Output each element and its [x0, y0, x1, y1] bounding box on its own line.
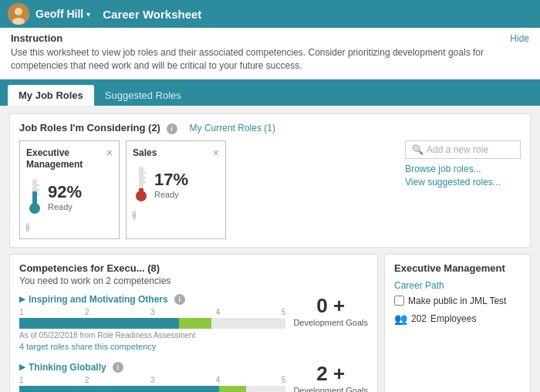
- goals-label-2: Development Goals: [293, 386, 368, 392]
- header: Geoff Hill ▾ Career Worksheet: [0, 0, 540, 28]
- main-content: Job Roles I'm Considering (2) i My Curre…: [0, 106, 540, 392]
- role-pct-sales: 17%: [154, 170, 188, 190]
- employees-count: 202: [411, 313, 427, 324]
- role-name-executive: Executive Management: [26, 147, 106, 171]
- make-public-label: Make public in JML Test: [408, 296, 506, 306]
- user-dropdown-icon[interactable]: ▾: [86, 10, 90, 19]
- competency-row-1: ▶ Inspiring and Motivating Others i 1 2 …: [19, 294, 368, 351]
- close-executive-role[interactable]: ×: [106, 147, 113, 158]
- hide-button[interactable]: Hide: [510, 33, 529, 44]
- competency-goals-1: 0 + Development Goals: [293, 294, 368, 327]
- bar-scale-1: 1 2 3 4 5: [19, 308, 285, 316]
- info-icon[interactable]: i: [167, 123, 177, 134]
- instruction-text: Use this worksheet to view job roles and…: [11, 46, 529, 73]
- competency-name-1[interactable]: ▶ Inspiring and Motivating Others i: [19, 294, 285, 305]
- thermometer-executive: [26, 177, 43, 216]
- bar-blue-1: [19, 318, 179, 329]
- avatar[interactable]: [8, 3, 29, 25]
- role-ready-executive: Ready: [48, 202, 82, 211]
- add-role-section: 🔍 Add a new role Browse job roles... Vie…: [405, 140, 521, 188]
- role-ready-sales: Ready: [154, 190, 188, 199]
- make-public-row: Make public in JML Test: [394, 296, 521, 306]
- bar-blue-2: [19, 386, 219, 392]
- goals-label-1: Development Goals: [293, 318, 368, 327]
- svg-rect-10: [139, 167, 143, 191]
- my-current-roles-link[interactable]: My Current Roles (1): [190, 123, 275, 133]
- competency-bar-section-2: ▶ Thinking Globally i 1 2 3 4 5: [19, 362, 285, 392]
- competency-goals-2: 2 + Development Goals: [293, 362, 368, 392]
- competencies-title: Competencies for Execu... (8): [19, 262, 368, 274]
- bottom-row: Competencies for Execu... (8) You need t…: [9, 254, 531, 392]
- svg-rect-4: [32, 191, 37, 204]
- competency-name-2[interactable]: ▶ Thinking Globally i: [19, 362, 285, 373]
- employees-row: 👥 202 Employees: [394, 313, 521, 325]
- goals-num-1: 0 +: [293, 294, 368, 318]
- bar-green-2: [219, 386, 246, 392]
- close-sales-role[interactable]: ×: [213, 147, 219, 158]
- competency-row-2: ▶ Thinking Globally i 1 2 3 4 5: [19, 362, 368, 392]
- role-pct-executive: 92%: [48, 182, 82, 202]
- instruction-banner: Instruction Hide Use this worksheet to v…: [0, 28, 540, 79]
- comp-info-icon-1[interactable]: i: [174, 294, 185, 305]
- browse-job-roles-link[interactable]: Browse job roles...: [405, 164, 521, 174]
- page-title: Career Worksheet: [103, 8, 201, 21]
- job-roles-title: Job Roles I'm Considering (2) i: [19, 122, 177, 134]
- bar-link-1[interactable]: 4 target roles share this competency: [19, 342, 285, 351]
- user-name[interactable]: Geoff Hill: [35, 8, 83, 20]
- svg-point-1: [15, 8, 22, 15]
- bar-container-1: [19, 318, 285, 329]
- bar-container-2: [19, 386, 285, 392]
- job-roles-section: Job Roles I'm Considering (2) i My Curre…: [9, 113, 531, 248]
- tab-my-job-roles[interactable]: My Job Roles: [8, 85, 94, 106]
- role-info-sales[interactable]: i: [133, 211, 136, 220]
- role-info-executive[interactable]: i: [26, 223, 29, 232]
- svg-rect-6: [33, 204, 36, 210]
- roles-grid: Executive Management ×: [19, 140, 521, 239]
- svg-rect-13: [140, 191, 143, 198]
- competency-bar-section-1: ▶ Inspiring and Motivating Others i 1 2 …: [19, 294, 285, 351]
- bar-green-1: [179, 318, 211, 329]
- add-role-input[interactable]: 🔍 Add a new role: [405, 140, 521, 159]
- competencies-subtitle: You need to work on 2 competencies: [19, 275, 368, 286]
- people-icon: 👥: [394, 313, 407, 325]
- tabs-bar: My Job Roles Suggested Roles: [0, 79, 540, 106]
- role-card-sales: Sales ×: [126, 140, 226, 239]
- comp-info-icon-2[interactable]: i: [113, 362, 123, 373]
- exec-panel: Executive Management Career Path Make pu…: [384, 254, 531, 392]
- competencies-section: Competencies for Execu... (8) You need t…: [9, 254, 378, 392]
- tab-suggested-roles[interactable]: Suggested Roles: [94, 85, 192, 106]
- view-suggested-roles-link[interactable]: View suggested roles...: [405, 177, 521, 188]
- career-path-link[interactable]: Career Path: [394, 280, 521, 291]
- employees-label: Employees: [430, 313, 476, 324]
- role-name-sales: Sales: [133, 147, 157, 160]
- goals-num-2: 2 +: [293, 362, 368, 386]
- instruction-title: Instruction: [11, 32, 62, 44]
- role-card-executive: Executive Management ×: [19, 140, 120, 239]
- exec-title: Executive Management: [394, 262, 521, 274]
- make-public-checkbox[interactable]: [394, 296, 404, 306]
- thermometer-sales: [133, 165, 150, 204]
- bar-date-1: As of 05/22/2018 from Role Readiness Ass…: [19, 331, 285, 340]
- bar-scale-2: 1 2 3 4 5: [19, 376, 285, 384]
